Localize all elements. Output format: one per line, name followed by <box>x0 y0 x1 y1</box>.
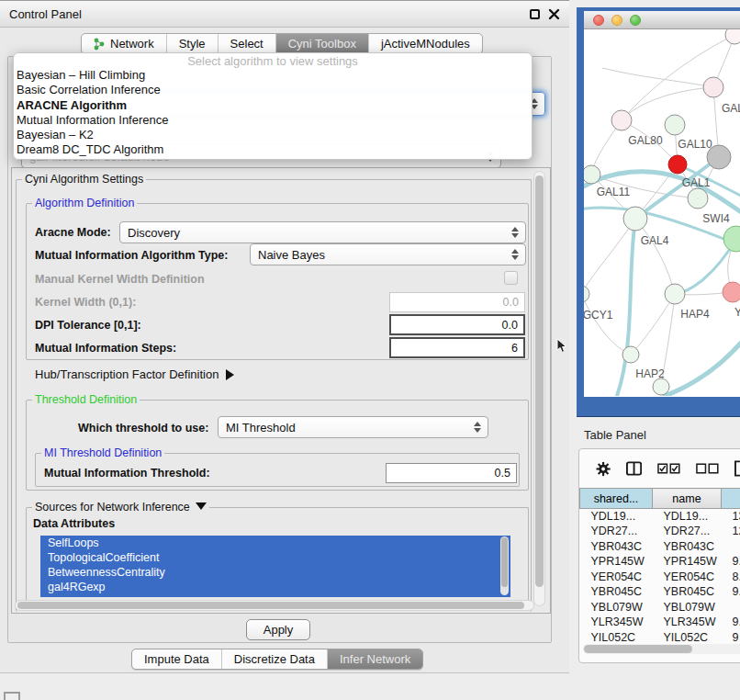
table-row[interactable]: YBR043CYBR043C <box>580 539 740 555</box>
zoom-traffic-light-icon[interactable] <box>630 15 641 26</box>
column-header[interactable]: shared... <box>580 489 653 509</box>
node[interactable] <box>725 29 740 44</box>
node-label: GCY1 <box>584 309 613 322</box>
node-gal80[interactable] <box>611 110 632 130</box>
node-gal1[interactable] <box>688 188 708 209</box>
data-attributes-list[interactable]: SelfLoops TopologicalCoefficient Between… <box>40 536 510 597</box>
tab-label: jActiveMNodules <box>381 37 470 51</box>
tab-discretize-data[interactable]: Discretize Data <box>222 649 328 669</box>
list-item[interactable]: SelfLoops <box>40 536 510 550</box>
node[interactable] <box>703 77 723 97</box>
popup-item[interactable]: Basic Correlation Inference <box>14 83 532 97</box>
which-threshold-label: Which threshold to use: <box>78 422 208 435</box>
table-toolbar <box>579 449 740 488</box>
node-salmon[interactable] <box>723 282 740 302</box>
tab-network[interactable]: Network <box>82 34 167 53</box>
collapse-arrow-icon <box>196 502 207 510</box>
apply-button[interactable]: Apply <box>246 619 310 640</box>
group-title: Cyni Algorithm Settings <box>22 173 146 186</box>
data-attributes-label: Data Attributes <box>33 517 115 530</box>
mi-type-label: Mutual Information Algorithm Type: <box>35 249 228 262</box>
unchecked-boxes-icon[interactable] <box>696 463 719 474</box>
tab-jactivemnodules[interactable]: jActiveMNodules <box>369 34 482 53</box>
stepper-icon <box>474 422 481 433</box>
node-red[interactable] <box>668 155 687 174</box>
tab-label: Impute Data <box>144 652 209 666</box>
node-hap2[interactable] <box>622 346 639 363</box>
node-label: HAP2 <box>635 367 665 380</box>
table-horizontal-scrollbar[interactable] <box>583 644 740 654</box>
hub-section-label: Hub/Transcription Factor Definition <box>35 367 219 381</box>
list-scrollbar[interactable] <box>500 536 509 595</box>
close-traffic-light-icon[interactable] <box>593 15 604 26</box>
checked-boxes-icon[interactable] <box>657 463 680 474</box>
group-title: Threshold Definition <box>32 393 140 406</box>
table-row[interactable]: YIL052CYIL052C9 <box>580 630 740 646</box>
node-bright-green[interactable] <box>723 226 740 252</box>
split-columns-icon[interactable] <box>626 461 642 476</box>
bottom-tabbar: Impute Data Discretize Data Infer Networ… <box>131 649 423 670</box>
list-item[interactable]: gal4RGexp <box>40 580 510 594</box>
mi-type-combo[interactable]: Naive Bayes <box>250 243 526 265</box>
node-hap4[interactable] <box>665 284 685 304</box>
popup-item[interactable]: Bayesian – K2 <box>14 128 532 142</box>
which-threshold-combo[interactable]: MI Threshold <box>218 416 488 438</box>
close-icon[interactable] <box>548 8 560 20</box>
popup-placeholder: Select algorithm to view settings <box>14 54 532 68</box>
network-canvas[interactable]: GAL GAL80 GAL10 GAL1 GAL11 SWI4 GAL4 GCY… <box>584 29 740 396</box>
mi-steps-label: Mutual Information Steps: <box>35 342 176 355</box>
tab-cyni-toolbox[interactable]: Cyni Toolbox <box>276 34 369 53</box>
aracne-mode-combo[interactable]: Discovery <box>119 221 526 243</box>
node-gcy1[interactable] <box>584 286 589 302</box>
minimized-panel-icon[interactable] <box>4 692 20 700</box>
table-row[interactable]: YPR145WYPR145W9. <box>580 554 740 570</box>
settings-horizontal-scrollbar[interactable] <box>15 600 534 611</box>
popup-item[interactable]: Dream8 DC_TDC Algorithm <box>14 142 532 157</box>
aracne-mode-label: Aracne Mode: <box>35 226 111 239</box>
popup-item-selected[interactable]: ARACNE Algorithm <box>14 98 532 113</box>
settings-vertical-scrollbar[interactable] <box>533 171 545 606</box>
table-row[interactable]: YBR045CYBR045C9. <box>580 584 740 600</box>
table-row[interactable]: YBL079WYBL079W <box>580 600 740 615</box>
tab-select[interactable]: Select <box>219 34 276 53</box>
tab-style[interactable]: Style <box>167 34 219 53</box>
minimize-traffic-light-icon[interactable] <box>611 15 622 26</box>
popup-item[interactable]: Bayesian – Hill Climbing <box>14 68 532 83</box>
mi-steps-field[interactable]: 6 <box>389 337 525 358</box>
control-panel-titlebar: Control Panel <box>0 0 569 28</box>
node-gal10[interactable] <box>665 115 685 135</box>
document-icon[interactable] <box>734 460 740 477</box>
tab-label: Select <box>230 37 263 51</box>
kernel-width-field[interactable]: 0.0 <box>389 292 525 312</box>
field-value: 6 <box>511 342 518 355</box>
node-gal4[interactable] <box>623 207 647 231</box>
table-row[interactable]: YER054CYER054C8. <box>580 570 740 585</box>
sources-toggle[interactable]: Sources for Network Inference <box>32 501 209 514</box>
popup-item[interactable]: Mutual Information Inference <box>14 113 532 128</box>
float-window-icon[interactable] <box>530 9 540 19</box>
list-item[interactable]: BetweennessCentrality <box>40 565 510 580</box>
stepper-icon <box>511 249 519 260</box>
column-header[interactable] <box>722 489 740 509</box>
dpi-tolerance-field[interactable]: 0.0 <box>389 314 525 335</box>
gear-icon[interactable] <box>596 461 611 477</box>
hub-section-toggle[interactable]: Hub/Transcription Factor Definition <box>35 367 234 381</box>
list-item[interactable]: TopologicalCoefficient <box>40 550 510 565</box>
panel-title: Control Panel <box>9 7 82 21</box>
column-header[interactable]: name <box>653 489 722 509</box>
table-row[interactable]: YDR27...YDR27...12 <box>580 524 740 539</box>
node[interactable] <box>653 378 669 395</box>
network-window-titlebar[interactable] <box>584 11 740 29</box>
mi-threshold-field[interactable]: 0.5 <box>386 463 517 483</box>
node-table[interactable]: shared... name YDL19...YDL19...13 YDR27.… <box>579 488 740 645</box>
manual-kernel-checkbox[interactable] <box>504 271 518 285</box>
node-gal11[interactable] <box>584 165 600 184</box>
tab-impute-data[interactable]: Impute Data <box>132 649 222 669</box>
table-row[interactable]: YDL19...YDL19...13 <box>580 509 740 525</box>
table-row[interactable]: YLR345WYLR345W9. <box>580 615 740 630</box>
tab-infer-network[interactable]: Infer Network <box>328 649 422 669</box>
group-title: MI Threshold Definition <box>41 446 164 459</box>
network-view-window[interactable]: GAL GAL80 GAL10 GAL1 GAL11 SWI4 GAL4 GCY… <box>577 7 740 417</box>
tab-label: Style <box>179 37 206 51</box>
node-label: SWI4 <box>702 212 730 225</box>
